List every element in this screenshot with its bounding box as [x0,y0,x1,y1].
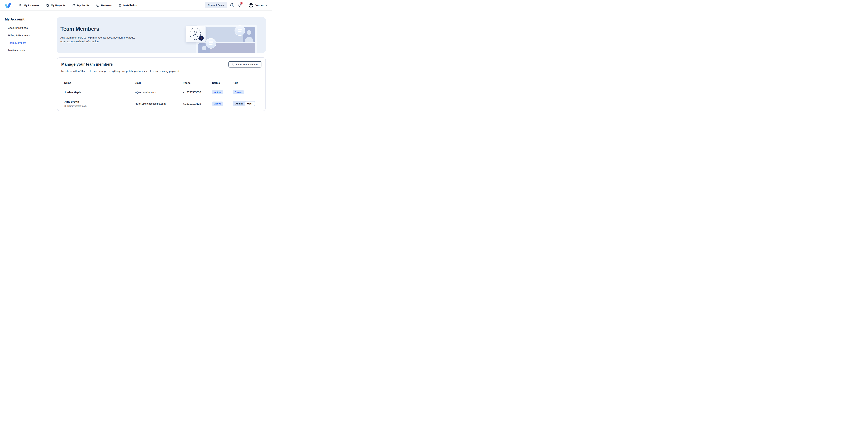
status-badge: Active [212,101,223,106]
add-member-card: + [186,26,206,42]
sidebar-item-multi-accounts[interactable]: Multi Accounts [5,46,50,54]
member-name: Jane Brown [64,100,135,103]
page-title: My Account [5,17,50,21]
sidebar-item-account-settings[interactable]: Account Settings [5,24,50,32]
help-icon: ? [230,3,235,7]
sidebar-item-team-members[interactable]: Team Members [5,39,50,46]
member-email: nara+150@accessibe.com [135,102,183,105]
banner-description: Add team members to help manage licenses… [60,36,139,43]
primary-nav: My Licenses My Projects My Audits [19,3,137,7]
contact-sales-button[interactable]: Contact Sales [205,2,227,8]
user-name: Jordan [255,4,264,7]
nav-item-my-projects[interactable]: My Projects [46,3,65,7]
col-header-phone: Phone [183,82,212,84]
col-header-role: Role [232,82,258,84]
nav-item-my-licenses[interactable]: My Licenses [19,3,39,7]
nav-item-label: My Audits [77,4,89,7]
manage-subtitle: Members with a ‘User’ role can manage ev… [61,70,261,72]
invite-button-label: Invite Team Member [236,63,258,66]
nav-divider [245,3,245,7]
table-row: Jane Brown ✕ Remove from team nara+150@a… [64,97,258,110]
account-sidebar: My Account Account Settings Billing & Pa… [5,17,50,54]
team-members-table: Name Email Phone Status Role Jordan Mapl… [64,82,258,110]
nav-item-my-audits[interactable]: My Audits [72,3,89,7]
close-icon: ✕ [64,105,66,107]
col-header-email: Email [135,82,183,84]
projects-icon [46,3,49,7]
role-badge: Owner [232,90,244,94]
team-members-banner: Team Members Add team members to help ma… [57,17,266,53]
nav-item-label: Installation [123,4,137,7]
member-phone: +1 5555555555 [183,91,212,94]
col-header-name: Name [64,82,135,84]
nav-item-label: Partners [101,4,112,7]
nav-item-label: My Licenses [24,4,39,7]
accessibe-logo-icon[interactable] [5,2,11,8]
role-option-admin[interactable]: Admin [233,101,245,106]
chevron-down-icon [265,4,267,6]
top-nav: My Licenses My Projects My Audits [0,0,272,10]
notification-dot [241,2,242,4]
col-header-status: Status [212,82,232,84]
member-phone: +1 2312123123 [183,102,212,105]
member-name: Jordan Maple [64,91,135,94]
user-menu[interactable]: Jordan [249,3,267,8]
add-plus-icon: + [199,36,204,41]
manage-team-card: Manage your team members Members with a … [57,57,266,111]
installation-icon [118,3,122,7]
help-button[interactable]: ? [230,3,235,7]
table-row: Jordan Maple a@accessibe.com +1 55555555… [64,87,258,97]
audits-icon [72,3,75,7]
table-header-row: Name Email Phone Status Role [64,82,258,87]
role-option-user[interactable]: User [245,101,255,106]
nav-item-label: My Projects [51,4,65,7]
main-content: Team Members Add team members to help ma… [57,17,266,111]
nav-item-partners[interactable]: Partners [96,3,112,7]
nav-item-installation[interactable]: Installation [118,3,137,7]
sidebar-item-billing-payments[interactable]: Billing & Payments [5,32,50,39]
member-email: a@accessibe.com [135,91,183,94]
account-sidebar-nav: Account Settings Billing & Payments Team… [5,24,50,54]
notifications-button[interactable] [238,3,242,7]
invite-team-member-button[interactable]: Invite Team Member [228,61,261,67]
partners-icon [96,3,100,7]
avatar-icon [249,3,253,8]
status-badge: Active [212,90,223,94]
nav-right-cluster: Contact Sales ? Jordan [205,2,267,8]
person-plus-icon [231,63,235,66]
licenses-icon [19,3,22,7]
role-toggle: Admin User [232,101,255,106]
speech-bubble-icon [206,38,216,49]
remove-link-label: Remove from team [67,105,87,107]
speech-bubble-icon [235,25,245,36]
remove-from-team-link[interactable]: ✕ Remove from team [64,105,135,107]
banner-title: Team Members [60,26,99,32]
